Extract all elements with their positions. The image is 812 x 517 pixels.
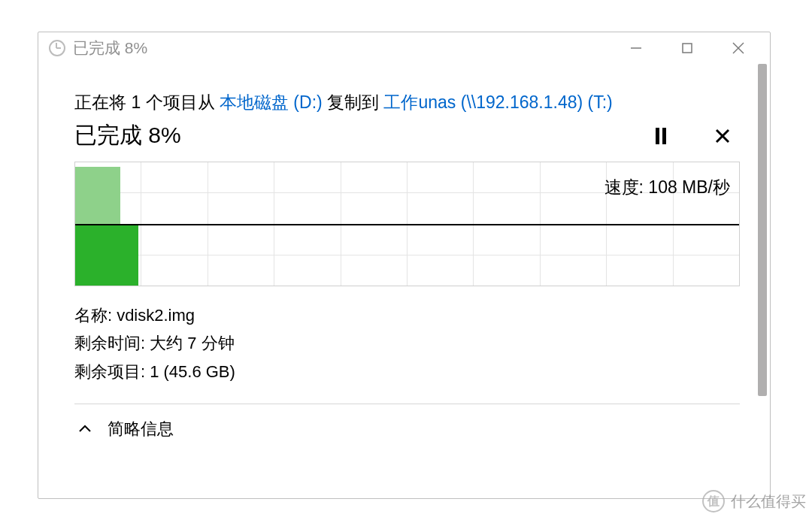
chart-upper-bar <box>75 167 120 224</box>
watermark-icon: 值 <box>702 490 725 512</box>
items-value: 1 (45.6 GB) <box>150 358 235 385</box>
details-toggle[interactable]: 简略信息 <box>74 404 740 440</box>
clock-icon <box>49 40 65 56</box>
svg-rect-1 <box>683 44 692 53</box>
progress-status: 已完成 8% <box>74 120 181 151</box>
scrollbar-thumb[interactable] <box>758 64 767 396</box>
items-label: 剩余项目: <box>74 358 145 385</box>
detail-name: 名称: vdisk2.img <box>74 301 740 329</box>
status-row: 已完成 8% <box>74 120 740 151</box>
copy-prefix: 正在将 1 个项目从 <box>74 92 220 112</box>
file-copy-dialog: 已完成 8% 正在将 1 个项目从 本地磁盘 (D:) 复制到 工作unas (… <box>38 32 771 499</box>
status-actions <box>651 126 740 146</box>
pause-button[interactable] <box>651 126 671 146</box>
watermark: 值 什么值得买 <box>702 490 806 512</box>
titlebar: 已完成 8% <box>38 32 770 64</box>
time-label: 剩余时间: <box>74 329 145 357</box>
toggle-label: 简略信息 <box>108 418 174 440</box>
chart-lower-bar <box>75 224 138 286</box>
copy-description: 正在将 1 个项目从 本地磁盘 (D:) 复制到 工作unas (\\192.1… <box>74 91 740 114</box>
transfer-details: 名称: vdisk2.img 剩余时间: 大约 7 分钟 剩余项目: 1 (45… <box>74 301 740 385</box>
minimize-button[interactable] <box>624 36 648 60</box>
copy-middle: 复制到 <box>323 92 384 112</box>
detail-time: 剩余时间: 大约 7 分钟 <box>74 329 740 357</box>
dialog-content: 正在将 1 个项目从 本地磁盘 (D:) 复制到 工作unas (\\192.1… <box>38 64 770 498</box>
scrollbar[interactable] <box>758 64 767 479</box>
detail-items: 剩余项目: 1 (45.6 GB) <box>74 358 740 385</box>
maximize-button[interactable] <box>675 36 699 60</box>
cancel-button[interactable] <box>713 126 732 146</box>
watermark-text: 什么值得买 <box>731 491 806 512</box>
window-controls <box>624 36 767 60</box>
destination-link[interactable]: 工作unas (\\192.168.1.48) (T:) <box>383 92 612 112</box>
source-link[interactable]: 本地磁盘 (D:) <box>220 92 323 112</box>
speed-chart: 速度: 108 MB/秒 <box>74 162 740 286</box>
speed-label: 速度: 108 MB/秒 <box>604 176 730 199</box>
close-button[interactable] <box>726 36 750 60</box>
window-title: 已完成 8% <box>73 38 624 59</box>
name-value: vdisk2.img <box>117 301 195 329</box>
chart-midline <box>75 224 739 225</box>
time-value: 大约 7 分钟 <box>150 329 234 357</box>
name-label: 名称: <box>74 301 112 329</box>
svg-rect-5 <box>662 128 666 144</box>
svg-rect-4 <box>656 128 659 144</box>
chevron-up-icon <box>77 422 92 437</box>
